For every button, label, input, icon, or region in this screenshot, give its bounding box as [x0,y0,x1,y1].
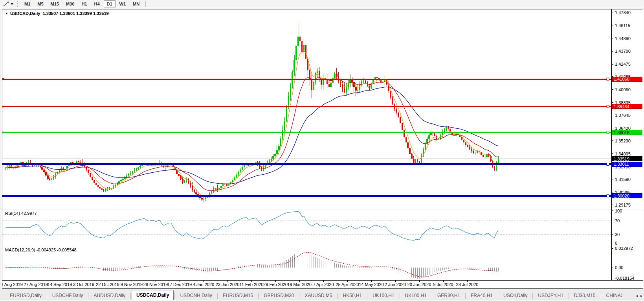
tab-separator [258,293,259,299]
svg-text:3 Oct 2019: 3 Oct 2019 [73,282,94,287]
tab-uk100-h1[interactable]: UK100,H1 [368,292,398,300]
axis-layer[interactable]: 1.473401.461151.448901.437001.424751.412… [2,9,643,287]
svg-text:100: 100 [615,209,622,213]
tab-separator [367,293,367,299]
tab-china300-h4[interactable]: CHINA300,H4 [602,292,622,300]
tab-separator [601,293,601,299]
tab-separator [338,293,338,299]
tab-scroll-left-button[interactable]: ◂ [636,294,638,298]
svg-text:2 Jun 2020: 2 Jun 2020 [385,282,406,287]
tab-usdcad-daily[interactable]: USDCAD,Daily [132,290,174,300]
ohlc-high: 1.33601 [59,11,75,16]
tab-separator [88,293,88,299]
svg-text:19 Mar 2020: 19 Mar 2020 [287,282,312,287]
symbol-dropdown-icon[interactable]: ▼ [5,12,8,15]
svg-text:1.43700: 1.43700 [615,49,631,54]
svg-text:1.34005: 1.34005 [615,151,631,156]
timeframe-buttons: M1M5M15M30H1H4D1W1MN [21,0,143,7]
timeframe-button-h4[interactable]: H4 [91,0,103,7]
price-chart[interactable]: 1.473401.461151.448901.437001.424751.412… [2,9,643,288]
timeframe-button-w1[interactable]: W1 [116,0,129,7]
tab-usdjpy-h1[interactable]: USDJPY,H1 [534,292,567,300]
tab-separator [130,293,131,299]
svg-text:25 Apr 2020: 25 Apr 2020 [336,282,359,287]
tab-uk100-h1[interactable]: UK100,H1 [401,292,431,300]
svg-text:1.36015: 1.36015 [614,130,629,135]
svg-text:0: 0 [615,241,617,246]
trendline-tool-button[interactable] [2,1,15,7]
tab-usoil-daily[interactable]: USOil,Daily [499,292,532,300]
rsi-value: 42.9977 [21,211,37,216]
tab-separator [432,293,432,299]
rsi-panel[interactable] [2,211,611,240]
macd-label: MACD(12,26,9) -0.004925 -0.005548 [5,247,77,252]
ohlc-low: 1.33399 [76,11,92,16]
tab-separator [532,293,533,299]
tab-separator [299,293,299,299]
toolbar-grip [17,1,18,7]
tab-separator [465,293,466,299]
tab-scroll-right-button[interactable]: ▸ [640,294,642,298]
timeframe-button-m30[interactable]: M30 [63,0,77,7]
macd-main-value: -0.004925 [36,247,56,252]
trendline-tool-icon [3,1,9,7]
svg-text:1.46115: 1.46115 [615,23,630,28]
svg-text:1.42475: 1.42475 [615,62,631,66]
svg-text:1.35230: 1.35230 [615,138,631,143]
tab-fra40-h1[interactable]: FRA40,H1 [466,292,497,300]
ma-mid-line [6,78,498,191]
svg-text:70: 70 [615,218,620,223]
timeframe-button-mn[interactable]: MN [130,0,143,7]
svg-text:1.33011: 1.33011 [614,162,629,166]
symbol-title: USDCAD,Daily [10,11,40,16]
timeframe-button-h1[interactable]: H1 [78,0,90,7]
tab-eurusd-m15[interactable]: EURUSD,M15 [218,292,257,300]
tab-separator [569,293,569,299]
svg-text:28 Nov 2019: 28 Nov 2019 [143,282,168,287]
tab-separator [47,293,47,299]
tab-audusd-daily[interactable]: AUDUSD,Daily [89,292,130,300]
svg-text:14 May 2020: 14 May 2020 [359,282,384,287]
svg-text:29 Feb 2020: 29 Feb 2020 [263,282,288,287]
tab-separator [498,293,498,299]
chart-tabbar: EURUSD,DailyUSDCHF,DailyAUDUSD,DailyUSDC… [0,290,644,300]
macd-histogram [6,250,498,279]
svg-text:22 Oct 2019: 22 Oct 2019 [96,282,119,287]
svg-text:28 Jul 2020: 28 Jul 2020 [456,282,479,287]
tab-gbpusd-m30[interactable]: GBPUSD,M30 [259,292,298,300]
candles [5,22,499,202]
svg-text:-0.018154: -0.018154 [615,276,635,281]
rsi-line [6,211,498,240]
main-price-panel[interactable] [2,22,611,202]
timeframe-button-d1[interactable]: D1 [104,0,116,7]
svg-text:1.31590: 1.31590 [615,177,631,182]
tab-xauusd-m5[interactable]: XAUUSD,M5 [300,292,336,300]
macd-panel[interactable] [6,250,498,279]
svg-text:1.37645: 1.37645 [615,113,631,118]
rsi-name: RSI(14) [5,211,20,216]
svg-text:17 Dec 2019: 17 Dec 2019 [167,282,192,287]
timeframe-button-m5[interactable]: M5 [34,0,46,7]
svg-text:9 Jul 2020: 9 Jul 2020 [433,282,453,287]
tab-items: EURUSD,DailyUSDCHF,DailyAUDUSD,DailyUSDC… [6,290,622,300]
tab-usdcnh-daily[interactable]: USDCNH,Daily [176,292,216,300]
timeframe-button-m15[interactable]: M15 [48,0,62,7]
svg-text:1.41060: 1.41060 [614,77,629,81]
tab-dj30-m15[interactable]: DJ30,M15 [570,292,600,300]
tab-ger30-h1[interactable]: GER30,H1 [433,292,464,300]
svg-text:1.33519: 1.33519 [614,157,629,161]
svg-text:7 Apr 2020: 7 Apr 2020 [313,282,334,287]
svg-text:1.29175: 1.29175 [615,203,631,207]
timeframe-button-m1[interactable]: M1 [21,0,33,7]
tab-hk50-h1[interactable]: HK50,H1 [339,292,367,300]
tab-scroll-arrows: ◂ ▸ [636,294,642,298]
tab-separator [174,293,175,299]
tab-eurusd-daily[interactable]: EURUSD,Daily [6,292,46,300]
tab-usdchf-daily[interactable]: USDCHF,Daily [48,292,88,300]
macd-signal-value: -0.005548 [57,247,77,252]
svg-text:1.47340: 1.47340 [615,10,631,15]
svg-text:30: 30 [615,232,620,237]
chevron-down-icon [11,3,13,5]
chart-title: ▼USDCAD,Daily 1.33507 1.33601 1.33399 1.… [5,11,109,16]
tab-separator [400,293,400,299]
